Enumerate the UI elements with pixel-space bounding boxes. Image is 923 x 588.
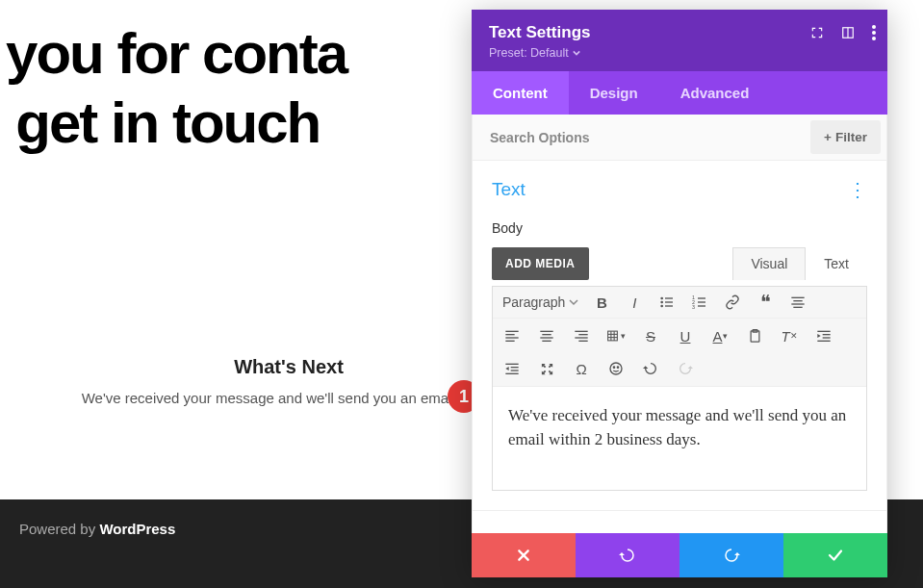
strikethrough-icon[interactable]: S — [641, 326, 660, 345]
link-icon[interactable] — [723, 293, 742, 312]
align-center-icon[interactable] — [788, 293, 808, 312]
svg-point-50 — [617, 367, 618, 368]
tab-advanced[interactable]: Advanced — [659, 71, 771, 115]
bold-icon[interactable]: B — [592, 293, 611, 312]
svg-rect-8 — [665, 301, 673, 302]
redo-icon — [723, 547, 740, 564]
redo-icon[interactable] — [676, 359, 695, 378]
svg-rect-31 — [575, 337, 587, 338]
panel-footer — [472, 533, 887, 577]
header-icons — [810, 25, 876, 40]
more-vert-icon[interactable] — [872, 25, 876, 40]
svg-rect-10 — [665, 305, 673, 306]
search-row: + Filter — [473, 115, 886, 161]
toolbar-row-2: ▾ S U A▾ T✕ Ω — [493, 319, 866, 387]
svg-rect-33 — [608, 331, 618, 341]
svg-rect-43 — [817, 341, 830, 342]
editor-content[interactable]: We've received your message and we'll se… — [493, 387, 866, 490]
format-select[interactable]: Paragraph — [502, 293, 578, 312]
cancel-button[interactable] — [472, 533, 576, 577]
text-section-label: Text — [492, 179, 526, 200]
svg-point-7 — [661, 301, 664, 304]
svg-point-3 — [872, 31, 876, 35]
more-vert-icon[interactable]: ⋮ — [848, 528, 867, 533]
editor-tab-visual[interactable]: Visual — [732, 247, 806, 280]
tab-content[interactable]: Content — [472, 71, 569, 115]
editor: Paragraph B I 123 ❝ ▾ S — [492, 286, 867, 491]
svg-rect-30 — [578, 334, 587, 335]
svg-rect-46 — [511, 370, 519, 371]
link-section: Link ⋮ — [473, 510, 886, 533]
preset-dropdown[interactable]: Preset: Default — [489, 46, 870, 60]
align-right-icon[interactable] — [572, 326, 591, 345]
plus-icon: + — [824, 130, 832, 144]
redo-button[interactable] — [679, 533, 783, 577]
link-section-header[interactable]: Link ⋮ — [492, 528, 867, 533]
italic-icon[interactable]: I — [625, 293, 644, 312]
chevron-down-icon — [569, 297, 578, 307]
preset-label: Preset: Default — [489, 46, 569, 60]
undo-button[interactable] — [576, 533, 679, 577]
more-vert-icon[interactable]: ⋮ — [848, 178, 867, 201]
save-button[interactable] — [783, 533, 887, 577]
svg-rect-22 — [505, 334, 514, 335]
svg-rect-24 — [505, 341, 514, 342]
link-section-label: Link — [492, 529, 526, 533]
search-input[interactable] — [473, 116, 805, 159]
svg-rect-32 — [578, 341, 587, 342]
body-field-label: Body — [492, 220, 867, 236]
align-left-icon[interactable] — [502, 326, 522, 345]
numbered-list-icon[interactable]: 123 — [690, 293, 709, 312]
svg-rect-42 — [823, 337, 831, 338]
filter-button[interactable]: + Filter — [810, 120, 881, 154]
hero-heading: k you for conta 'll get in touch — [0, 19, 346, 158]
text-color-icon[interactable]: A▾ — [710, 326, 730, 345]
svg-point-48 — [610, 363, 622, 374]
svg-rect-26 — [542, 334, 551, 335]
svg-rect-23 — [505, 337, 518, 338]
svg-point-4 — [872, 37, 876, 40]
indent-icon[interactable] — [814, 326, 833, 345]
underline-icon[interactable]: U — [676, 326, 695, 345]
svg-rect-44 — [505, 364, 518, 365]
svg-rect-45 — [511, 367, 519, 368]
table-icon[interactable]: ▾ — [606, 326, 626, 345]
svg-rect-21 — [505, 331, 518, 332]
bullet-list-icon[interactable] — [657, 293, 677, 312]
expand-icon[interactable] — [810, 26, 824, 39]
svg-rect-18 — [794, 300, 803, 301]
svg-rect-14 — [698, 301, 705, 302]
add-media-button[interactable]: ADD MEDIA — [492, 247, 589, 280]
close-icon — [516, 548, 531, 563]
text-section-header[interactable]: Text ⋮ — [492, 178, 867, 215]
svg-rect-16 — [698, 305, 705, 306]
editor-mode-tabs: Visual Text — [732, 247, 867, 280]
svg-point-9 — [661, 305, 664, 308]
svg-rect-20 — [794, 307, 803, 308]
svg-rect-17 — [792, 297, 805, 298]
align-center-icon[interactable] — [537, 326, 556, 345]
paste-icon[interactable] — [745, 326, 764, 345]
svg-rect-47 — [505, 373, 518, 374]
fullscreen-icon[interactable] — [537, 359, 556, 378]
clear-formatting-icon[interactable]: T✕ — [780, 326, 799, 345]
special-char-icon[interactable]: Ω — [572, 359, 591, 378]
quote-icon[interactable]: ❝ — [756, 293, 775, 312]
panel-header[interactable]: Text Settings Preset: Default — [472, 10, 887, 71]
svg-rect-6 — [665, 297, 673, 298]
grid-icon[interactable] — [841, 26, 855, 39]
hero-line1: k you for conta — [0, 21, 346, 86]
svg-point-2 — [872, 25, 876, 29]
chevron-down-icon — [573, 49, 580, 57]
hero-line2: 'll get in touch — [0, 89, 346, 158]
footer-prefix: Powered by — [19, 521, 99, 537]
emoji-icon[interactable] — [606, 359, 626, 378]
svg-rect-27 — [540, 337, 552, 338]
svg-rect-19 — [792, 303, 805, 304]
outdent-icon[interactable] — [502, 359, 522, 378]
editor-tab-text[interactable]: Text — [806, 247, 867, 280]
tab-design[interactable]: Design — [569, 71, 659, 115]
undo-icon — [619, 547, 636, 564]
svg-rect-28 — [542, 341, 551, 342]
undo-icon[interactable] — [641, 359, 660, 378]
